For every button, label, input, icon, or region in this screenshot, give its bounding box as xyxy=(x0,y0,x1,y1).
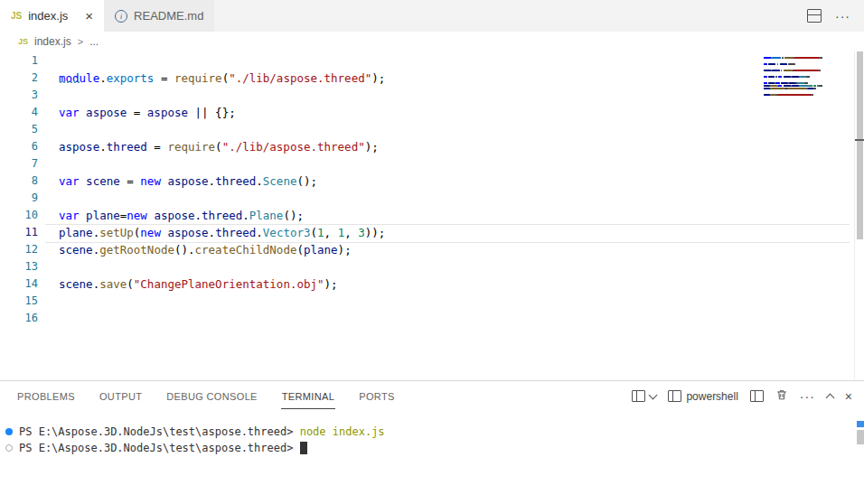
minimap-token xyxy=(764,94,770,96)
line-number[interactable]: 11 xyxy=(0,224,38,241)
minimap-token xyxy=(789,82,796,84)
info-icon: i xyxy=(115,10,127,23)
terminal-icon xyxy=(668,390,681,402)
editor-more-actions-button[interactable]: ··· xyxy=(835,10,850,23)
panel-tab-output[interactable]: OUTPUT xyxy=(99,383,143,409)
code-text[interactable]: var scene = new aspose.threed.Scene(); xyxy=(59,173,317,190)
code-token: aspose xyxy=(59,140,99,154)
code-text[interactable]: scene.getRootNode().createChildNode(plan… xyxy=(59,241,352,258)
code-token: require xyxy=(174,71,222,85)
code-line: 1 xyxy=(0,52,864,70)
terminal-more-actions-button[interactable]: ··· xyxy=(800,390,815,403)
code-text[interactable]: aspose.threed = require("./lib/aspose.th… xyxy=(59,138,379,155)
code-token: . xyxy=(99,140,107,154)
terminal-scrollbar[interactable] xyxy=(856,421,864,444)
line-number[interactable]: 14 xyxy=(0,275,38,293)
minimap-token xyxy=(764,70,771,71)
code-token: threed xyxy=(215,174,256,188)
javascript-file-icon: JS xyxy=(11,11,22,21)
command-decoration-icon[interactable] xyxy=(5,428,13,435)
code-token: (); xyxy=(296,174,317,188)
terminal-launch-profile-button[interactable] xyxy=(632,390,656,402)
minimap-token xyxy=(775,82,779,84)
kill-terminal-button[interactable] xyxy=(775,388,788,405)
line-number[interactable]: 15 xyxy=(0,293,38,310)
line-number[interactable]: 8 xyxy=(0,173,38,190)
minimap-token xyxy=(812,94,814,96)
minimap-token xyxy=(764,85,770,87)
breadcrumb-symbol[interactable]: ... xyxy=(89,35,99,48)
minimap-token xyxy=(771,85,777,87)
code-token: exports xyxy=(107,71,155,85)
panel-tab-ports[interactable]: PORTS xyxy=(358,383,395,409)
code-token xyxy=(80,106,87,119)
panel-tab-debug-console[interactable]: DEBUG CONSOLE xyxy=(165,383,258,409)
code-token: 3 xyxy=(358,226,365,239)
code-line: 14scene.save("ChangePlaneOrientation.obj… xyxy=(0,275,864,293)
close-panel-icon: × xyxy=(845,390,853,403)
terminal-scrollbar-thumb[interactable] xyxy=(857,430,864,444)
line-number[interactable]: 9 xyxy=(0,190,38,207)
terminal-tab-powershell[interactable]: powershell xyxy=(668,390,737,403)
code-token: . xyxy=(256,174,263,188)
code-token: module xyxy=(59,71,99,85)
terminal[interactable]: PS E:\Aspose.3D.NodeJs\test\aspose.three… xyxy=(0,411,864,504)
line-number[interactable]: 6 xyxy=(0,138,38,155)
code-line: 13 xyxy=(0,258,864,275)
panel-tab-terminal[interactable]: TERMINAL xyxy=(281,383,335,409)
code-token: ); xyxy=(324,277,338,291)
code-text[interactable]: var plane=new aspose.threed.Plane(); xyxy=(59,207,304,224)
panel-tab-problems[interactable]: PROBLEMS xyxy=(16,383,76,409)
breadcrumb-file[interactable]: index.js xyxy=(34,35,71,48)
line-number[interactable]: 1 xyxy=(0,52,38,70)
minimap-token xyxy=(793,70,818,71)
scrollbar-thumb[interactable] xyxy=(857,51,863,239)
line-number[interactable]: 3 xyxy=(0,87,38,104)
vscode-window: JSindex.js×iREADME.md ··· JS index.js > … xyxy=(0,0,864,504)
line-number[interactable]: 7 xyxy=(0,155,38,173)
code-editor[interactable]: 12module.exports = require("./lib/aspose… xyxy=(0,51,864,380)
code-text[interactable]: plane.setUp(new aspose.threed.Vector3(1,… xyxy=(59,224,385,241)
line-number[interactable]: 13 xyxy=(0,258,38,275)
code-text[interactable]: module.exports = require("./lib/aspose.t… xyxy=(59,70,385,87)
javascript-file-icon: JS xyxy=(18,37,28,46)
tab-index-js[interactable]: JSindex.js× xyxy=(0,0,104,32)
split-terminal-button[interactable] xyxy=(750,390,764,402)
line-number[interactable]: 16 xyxy=(0,310,38,327)
minimap[interactable] xyxy=(764,53,847,102)
split-editor-button[interactable] xyxy=(807,9,822,23)
code-token: 1 xyxy=(317,226,324,239)
line-number[interactable]: 12 xyxy=(0,241,38,258)
editor-scrollbar[interactable] xyxy=(854,51,864,379)
maximize-panel-button[interactable] xyxy=(827,392,833,401)
minimap-line xyxy=(764,99,847,102)
code-text[interactable]: scene.save("ChangePlaneOrientation.obj")… xyxy=(59,275,338,293)
code-token: , xyxy=(324,226,338,239)
line-number[interactable]: 4 xyxy=(0,104,38,121)
editor-actions: ··· xyxy=(807,0,864,32)
code-token: = xyxy=(120,174,141,188)
panel-actions: powershell···× xyxy=(632,388,853,405)
line-number[interactable]: 2 xyxy=(0,70,38,87)
minimap-token xyxy=(804,82,808,84)
code-token: aspose xyxy=(147,106,188,119)
code-line: 15 xyxy=(0,293,864,310)
minimap-token xyxy=(768,82,775,84)
code-line: 8var scene = new aspose.threed.Scene(); xyxy=(0,173,864,190)
code-text[interactable]: var aspose = aspose || {}; xyxy=(59,104,236,121)
code-token: plane xyxy=(86,209,120,222)
minimap-token xyxy=(806,76,810,78)
code-line: 5 xyxy=(0,121,864,138)
tab-readme-md[interactable]: iREADME.md xyxy=(104,0,215,32)
panel-tabs: PROBLEMSOUTPUTDEBUG CONSOLETERMINALPORTS xyxy=(16,383,418,409)
line-number[interactable]: 10 xyxy=(0,207,38,224)
command-decoration-icon[interactable] xyxy=(5,444,13,452)
line-number[interactable]: 5 xyxy=(0,121,38,138)
code-token: aspose xyxy=(86,106,127,119)
code-token: var xyxy=(59,174,80,188)
close-panel-button[interactable]: × xyxy=(845,390,853,403)
code-token: (). xyxy=(174,243,195,257)
code-token: Scene xyxy=(263,174,297,188)
minimap-token xyxy=(800,85,808,87)
close-tab-icon[interactable]: × xyxy=(85,9,93,23)
